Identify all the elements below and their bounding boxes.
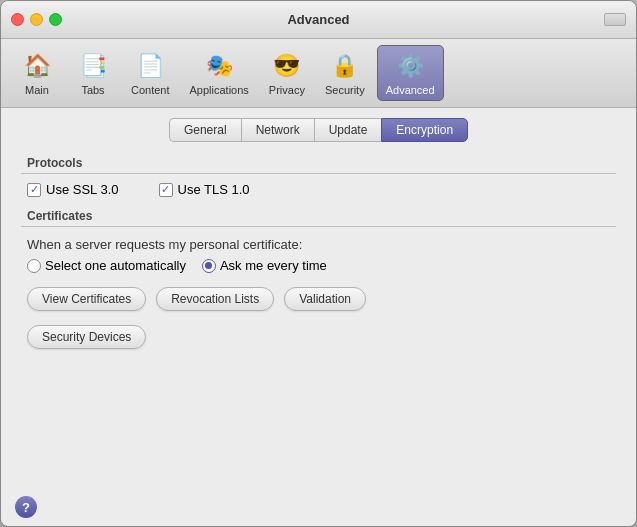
main-content: Protocols ✓ Use SSL 3.0 ✓ Use TLS 1.0 Ce… — [1, 142, 636, 488]
toolbar-item-privacy[interactable]: 😎 Privacy — [261, 46, 313, 100]
radio-section: When a server requests my personal certi… — [21, 237, 616, 273]
certificate-buttons-row: View Certificates Revocation Lists Valid… — [21, 287, 616, 311]
content-icon: 📄 — [134, 50, 166, 82]
certificates-header: Certificates — [21, 209, 616, 227]
protocols-checkboxes: ✓ Use SSL 3.0 ✓ Use TLS 1.0 — [21, 182, 616, 197]
window-title: Advanced — [287, 12, 349, 27]
validation-button[interactable]: Validation — [284, 287, 366, 311]
toolbar-item-advanced[interactable]: ⚙️ Advanced — [377, 45, 444, 101]
radio-ask[interactable] — [202, 259, 216, 273]
view-certificates-button[interactable]: View Certificates — [27, 287, 146, 311]
zoom-control[interactable] — [604, 13, 626, 26]
applications-icon: 🎭 — [203, 50, 235, 82]
main-window: Advanced 🏠 Main 📑 Tabs 📄 Content 🎭 Appli… — [0, 0, 637, 527]
close-button[interactable] — [11, 13, 24, 26]
radio-row: Select one automatically Ask me every ti… — [27, 258, 616, 273]
tabs-row: General Network Update Encryption — [1, 108, 636, 142]
radio-auto[interactable] — [27, 259, 41, 273]
tab-update[interactable]: Update — [314, 118, 382, 142]
tab-network[interactable]: Network — [241, 118, 314, 142]
security-icon: 🔒 — [329, 50, 361, 82]
toolbar-content-label: Content — [131, 84, 170, 96]
radio-auto-label: Select one automatically — [45, 258, 186, 273]
toolbar-item-security[interactable]: 🔒 Security — [317, 46, 373, 100]
certificates-section: Certificates When a server requests my p… — [21, 209, 616, 349]
toolbar-tabs-label: Tabs — [81, 84, 104, 96]
help-button[interactable]: ? — [15, 496, 37, 518]
protocols-header: Protocols — [21, 156, 616, 174]
radio-ask-label: Ask me every time — [220, 258, 327, 273]
footer: ? — [1, 488, 636, 526]
advanced-icon: ⚙️ — [394, 50, 426, 82]
ssl-label: Use SSL 3.0 — [46, 182, 119, 197]
toolbar-security-label: Security — [325, 84, 365, 96]
privacy-icon: 😎 — [271, 50, 303, 82]
certificate-description: When a server requests my personal certi… — [27, 237, 616, 252]
toolbar-item-tabs[interactable]: 📑 Tabs — [67, 46, 119, 100]
toolbar: 🏠 Main 📑 Tabs 📄 Content 🎭 Applications 😎… — [1, 39, 636, 108]
toolbar-applications-label: Applications — [190, 84, 249, 96]
toolbar-advanced-label: Advanced — [386, 84, 435, 96]
minimize-button[interactable] — [30, 13, 43, 26]
titlebar: Advanced — [1, 1, 636, 39]
radio-auto-item[interactable]: Select one automatically — [27, 258, 186, 273]
tls-label: Use TLS 1.0 — [178, 182, 250, 197]
toolbar-item-applications[interactable]: 🎭 Applications — [182, 46, 257, 100]
tls-checkbox-item[interactable]: ✓ Use TLS 1.0 — [159, 182, 250, 197]
main-icon: 🏠 — [21, 50, 53, 82]
ssl-checkbox-item[interactable]: ✓ Use SSL 3.0 — [27, 182, 119, 197]
tab-general[interactable]: General — [169, 118, 241, 142]
window-controls — [11, 13, 62, 26]
toolbar-main-label: Main — [25, 84, 49, 96]
radio-ask-item[interactable]: Ask me every time — [202, 258, 327, 273]
toolbar-item-content[interactable]: 📄 Content — [123, 46, 178, 100]
tabs-icon: 📑 — [77, 50, 109, 82]
security-devices-row: Security Devices — [21, 325, 616, 349]
toolbar-item-main[interactable]: 🏠 Main — [11, 46, 63, 100]
security-devices-button[interactable]: Security Devices — [27, 325, 146, 349]
revocation-lists-button[interactable]: Revocation Lists — [156, 287, 274, 311]
tls-checkbox[interactable]: ✓ — [159, 183, 173, 197]
maximize-button[interactable] — [49, 13, 62, 26]
protocols-section: Protocols ✓ Use SSL 3.0 ✓ Use TLS 1.0 — [21, 156, 616, 197]
ssl-checkbox[interactable]: ✓ — [27, 183, 41, 197]
toolbar-privacy-label: Privacy — [269, 84, 305, 96]
tab-encryption[interactable]: Encryption — [381, 118, 468, 142]
